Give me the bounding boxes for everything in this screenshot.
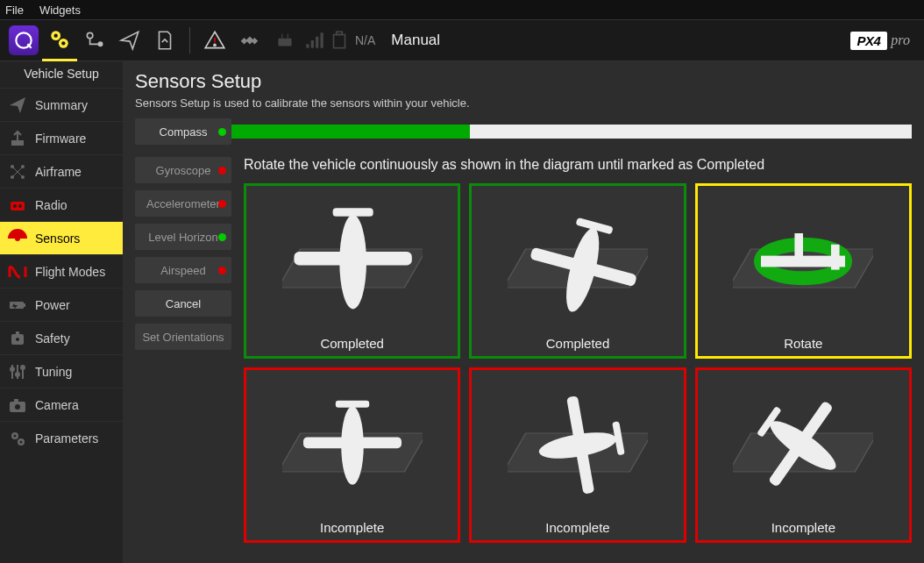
sidebar-item-firmware[interactable]: Firmware: [0, 121, 123, 154]
sidebar-item-label: Safety: [35, 331, 70, 346]
svg-point-39: [21, 366, 25, 369]
svg-rect-18: [321, 32, 323, 47]
svg-rect-31: [24, 303, 25, 307]
svg-point-45: [14, 434, 17, 437]
cal-button-label: Airspeed: [160, 264, 205, 277]
calibration-instruction: Rotate the vehicle continuously as shown…: [244, 157, 912, 173]
svg-rect-26: [11, 202, 25, 210]
sidebar-item-label: Radio: [35, 198, 68, 212]
sidebar-item-label: Power: [35, 298, 70, 312]
signal-icon: [302, 19, 327, 61]
compass-button[interactable]: Compass: [135, 118, 231, 145]
svg-point-41: [15, 404, 20, 410]
cal-button-label: Cancel: [166, 297, 201, 310]
svg-point-27: [13, 204, 17, 208]
sidebar-item-tuning[interactable]: Tuning: [0, 354, 123, 388]
toolbar-divider: [189, 27, 190, 53]
level-horizon-button[interactable]: Level Horizon: [135, 224, 231, 250]
svg-point-5: [87, 32, 93, 39]
rc-icon: [267, 19, 302, 61]
svg-rect-19: [334, 35, 345, 48]
svg-point-6: [98, 42, 102, 46]
flight-mode-label[interactable]: Manual: [391, 32, 440, 49]
sidebar-item-safety[interactable]: Safety: [0, 321, 123, 354]
svg-point-3: [54, 33, 58, 37]
page-description: Sensors Setup is used to calibrate the s…: [135, 96, 912, 110]
orientation-diagram: [698, 370, 909, 520]
svg-point-37: [11, 367, 14, 371]
svg-rect-63: [335, 400, 368, 407]
menu-bar: File Widgets: [0, 0, 924, 19]
status-dot-icon: [218, 167, 226, 175]
sidebar-item-sensors[interactable]: Sensors: [0, 221, 123, 254]
svg-point-38: [16, 373, 19, 376]
orientation-diagram: [246, 186, 458, 336]
plane-icon[interactable]: [112, 19, 147, 61]
svg-rect-59: [831, 244, 840, 269]
warning-icon[interactable]: [197, 19, 232, 61]
gyroscope-button[interactable]: Gyroscope: [135, 157, 231, 183]
menu-file[interactable]: File: [5, 4, 24, 17]
status-dot-icon: [218, 267, 226, 274]
orientation-cell-incomplete: Incomplete: [244, 367, 460, 543]
orientation-diagram: [472, 370, 683, 520]
progress-fill: [231, 125, 470, 139]
compass-button-label: Compass: [160, 125, 208, 139]
sidebar-item-label: Parameters: [35, 431, 98, 445]
orientation-status-label: Incomplete: [472, 520, 683, 540]
calibration-progress-bar: [231, 125, 912, 139]
airspeed-button[interactable]: Airspeed: [135, 257, 231, 283]
orientation-status-label: Incomplete: [246, 520, 458, 540]
svg-rect-58: [795, 233, 804, 261]
brand-pro: pro: [891, 32, 910, 48]
sidebar-item-label: Camera: [35, 398, 79, 412]
orientation-cell-incomplete: Incomplete: [695, 367, 912, 543]
status-dot-icon: [218, 128, 226, 136]
page-title: Sensors Setup: [135, 70, 912, 93]
orientation-status-label: Completed: [472, 336, 683, 356]
sidebar-item-label: Airframe: [35, 165, 82, 179]
accelerometer-button[interactable]: Accelerometer: [135, 190, 231, 217]
sidebar-item-label: Tuning: [35, 365, 72, 379]
calibration-buttons: Gyroscope Accelerometer Level Horizon Ai…: [135, 157, 231, 543]
content-panel: Sensors Setup Sensors Setup is used to c…: [123, 61, 924, 563]
set-orientations-button[interactable]: Set Orientations: [135, 324, 231, 350]
orientation-diagram: [698, 186, 909, 336]
svg-point-46: [20, 440, 23, 443]
toolbar: N/A Manual PX4 pro: [0, 19, 924, 61]
analyze-icon[interactable]: [147, 19, 182, 61]
satellite-icon[interactable]: [232, 19, 267, 61]
app-logo-icon[interactable]: [9, 25, 39, 55]
sidebar-title: Vehicle Setup: [0, 61, 123, 88]
orientation-cell-completed: Completed: [244, 183, 460, 359]
sidebar-item-power[interactable]: Power: [0, 288, 123, 321]
status-dot-icon: [218, 200, 226, 208]
sidebar-item-label: Sensors: [35, 232, 80, 246]
svg-rect-12: [278, 39, 291, 46]
orientation-cell-rotate: Rotate: [695, 183, 912, 359]
sidebar: Vehicle Setup Summary Firmware Airframe …: [0, 61, 123, 563]
setup-icon[interactable]: [42, 19, 77, 61]
sidebar-item-airframe[interactable]: Airframe: [0, 154, 123, 188]
orientation-grid: CompletedCompletedRotateIncompleteIncomp…: [244, 183, 912, 543]
cancel-button[interactable]: Cancel: [135, 290, 231, 317]
menu-widgets[interactable]: Widgets: [39, 4, 81, 17]
sidebar-item-camera[interactable]: Camera: [0, 388, 123, 421]
sidebar-item-radio[interactable]: Radio: [0, 188, 123, 221]
svg-point-4: [61, 41, 65, 45]
battery-na-label: N/A: [355, 33, 375, 47]
cal-button-label: Set Orientations: [142, 331, 224, 344]
svg-rect-15: [306, 44, 309, 47]
orientation-status-label: Rotate: [698, 336, 909, 356]
svg-rect-17: [316, 37, 318, 48]
svg-rect-21: [11, 140, 24, 146]
waypoint-icon[interactable]: [77, 19, 112, 61]
svg-rect-16: [311, 40, 314, 48]
sidebar-item-flight-modes[interactable]: Flight Modes: [0, 254, 123, 288]
status-dot-icon: [218, 233, 226, 241]
battery-icon: [327, 19, 352, 61]
sidebar-item-summary[interactable]: Summary: [0, 88, 123, 121]
svg-rect-49: [294, 252, 411, 265]
orientation-status-label: Completed: [246, 336, 458, 356]
sidebar-item-parameters[interactable]: Parameters: [0, 421, 123, 454]
